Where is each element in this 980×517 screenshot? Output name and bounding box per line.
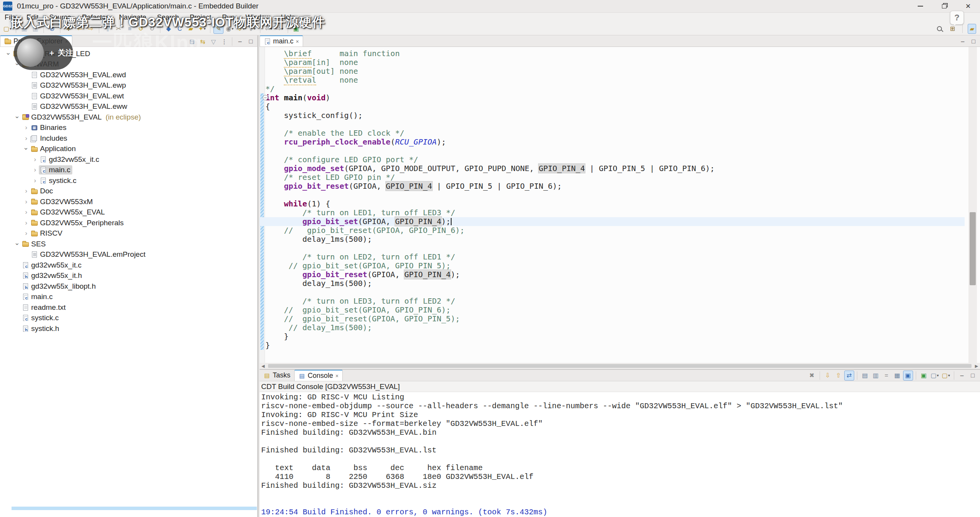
fold-marker-icon[interactable]: – [263,95,268,100]
tree-item-gd32vw553h-eval-emproject[interactable]: GD32VW553H_EVAL.emProject [0,249,257,260]
tree-item-readme-txt[interactable]: readme.txt [0,302,257,313]
tree-item-main-c[interactable]: main.c [0,292,257,303]
code-line-24[interactable]: /* turn on LED2, turn off LED1 */ [265,253,965,261]
tree-item-application[interactable]: Application [0,144,257,155]
tree-item-gd32vw55x-it-c[interactable]: gd32vw55x_it.c [0,260,257,271]
tree-item-gd32vw55x-eval[interactable]: GD32VW55x_EVAL [0,207,257,218]
code-editor[interactable]: – \brief main function \param[in] none \… [260,47,980,363]
code-line-28[interactable] [265,288,965,297]
editor-vertical-scrollbar[interactable] [968,47,977,363]
code-line-23[interactable] [265,244,965,253]
tree-item-gd32vw553h-eval-ewt[interactable]: GD32VW553H_EVAL.ewt [0,91,257,101]
tree-item-gd32vw553h-eval-ewd[interactable]: GD32VW553H_EVAL.ewd [0,70,257,80]
code-line-19[interactable]: /* turn on LED1, turn off LED3 */ [265,208,965,217]
scroll-left-arrow[interactable]: ◀ [260,364,267,369]
tab-tasks[interactable]: ▤ Tasks [260,370,294,381]
scroll-right-arrow[interactable]: ▶ [973,364,980,369]
tab-main-c[interactable]: main.c × [260,35,303,47]
word-wrap-button[interactable]: ▥ [871,371,881,381]
filter-button[interactable]: ▽ [208,37,218,47]
code-line-6[interactable]: int main(void) [265,93,965,102]
minimize-window-button[interactable] [908,0,932,12]
code-line-31[interactable]: // gpio_bit_reset(GPIOA, GPIO_PIN_5); [265,314,965,323]
code-line-5[interactable]: */ [265,85,965,93]
code-line-29[interactable]: /* turn on LED3, turn off LED2 */ [265,297,965,306]
scroll-to-bottom-button[interactable]: ⇩ [823,371,833,381]
tree-item-gd32vw553h-eval[interactable]: GD32VW553H_EVAL(in eclipse) [0,112,257,123]
show-console-on-output-button[interactable]: ⇄ [844,371,854,381]
code-line-15[interactable]: /* reset LED GPIO pin */ [265,173,965,182]
code-line-4[interactable]: \retval none [265,76,965,85]
tree-item-systick-c[interactable]: systick.c [0,175,257,186]
chevron-collapsed-icon[interactable] [22,198,30,206]
code-line-16[interactable]: gpio_bit_reset(GPIOA, GPIO_PIN_4 | GPIO_… [265,182,965,191]
maximize-button[interactable]: □ [246,37,256,47]
code-line-8[interactable]: systick_config(); [265,111,965,120]
code-line-3[interactable]: \param[out] none [265,67,965,76]
tree-item-systick-h[interactable]: systick.h [0,323,257,334]
display-selected-console-button[interactable]: ▢▾ [930,371,940,381]
help-bubble-icon[interactable]: ? [950,11,964,25]
chevron-collapsed-icon[interactable] [22,187,30,195]
code-line-9[interactable] [265,120,965,129]
tree-item-gd32vw553h-eval-ewp[interactable]: GD32VW553H_EVAL.ewp [0,80,257,91]
tree-item-gd32vw55x-it-h[interactable]: gd32vw55x_it.h [0,271,257,281]
tab-console[interactable]: ▤ Console × [294,370,343,381]
scrollbar-thumb[interactable] [970,212,976,285]
code-line-25[interactable]: // gpio_bit_set(GPIOA, GPIO_PIN_5); [265,261,965,270]
tree-item-gd32vw55x-peripherals[interactable]: GD32VW55x_Peripherals [0,218,257,228]
code-line-27[interactable]: delay_1ms(500); [265,279,965,288]
minimize-button[interactable]: – [958,37,968,47]
code-line-14[interactable]: gpio_mode_set(GPIOA, GPIO_MODE_OUTPUT, G… [265,164,965,173]
search-button[interactable] [934,24,944,34]
chevron-collapsed-icon[interactable] [31,166,39,174]
console-output[interactable]: Invoking: GD RISC-V MCU Listingriscv-non… [260,392,980,517]
maximize-button[interactable]: □ [968,371,978,381]
scrollbar-thumb[interactable] [268,364,972,368]
chevron-expanded-icon[interactable] [22,145,30,153]
clear-console-button[interactable]: ▦ [892,371,902,381]
chevron-expanded-icon[interactable] [13,240,21,248]
code-line-2[interactable]: \param[in] none [265,58,965,67]
follow-button[interactable]: ＋ 关注 [48,48,73,58]
scroll-to-top-button[interactable]: ⇧ [833,371,843,381]
code-line-18[interactable]: while(1) { [265,199,965,208]
minimize-button[interactable]: – [235,37,245,47]
tree-item-binaries[interactable]: ▦Binaries [0,123,257,133]
editor-horizontal-scrollbar[interactable]: ◀ ▶ [260,363,980,369]
tree-item-includes[interactable]: Includes [0,133,257,144]
code-line-10[interactable]: /* enable the LED clock */ [265,129,965,138]
new-console-view-button[interactable]: ▢▾ [941,371,951,381]
chevron-expanded-icon[interactable] [13,113,21,121]
code-line-17[interactable] [265,191,965,199]
code-line-7[interactable]: { [265,102,965,111]
tree-item-gd32vw553xm[interactable]: GD32VW553xM [0,196,257,207]
minimize-button[interactable]: – [957,371,967,381]
pin-console-button[interactable]: ▣ [903,371,913,381]
maximize-button[interactable]: □ [968,37,978,47]
scroll-lock-button[interactable]: ▤ [860,371,870,381]
code-line-34[interactable]: } [265,341,965,350]
close-icon[interactable]: × [335,373,338,379]
tree-item-gd32vw55x-libopt-h[interactable]: gd32vw55x_libopt.h [0,281,257,292]
code-line-26[interactable]: gpio_bit_reset(GPIOA, GPIO_PIN_4); [265,270,965,279]
code-line-21[interactable]: // gpio_bit_reset(GPIOA, GPIO_PIN_6); [265,226,965,235]
tree-item-systick-c[interactable]: systick.c [0,313,257,324]
chevron-collapsed-icon[interactable] [22,219,30,227]
code-line-33[interactable]: } [265,332,965,341]
chevron-expanded-icon[interactable] [5,50,12,58]
console-preferences-button[interactable]: = [882,371,892,381]
code-line-22[interactable]: delay_1ms(500); [265,235,965,244]
open-console-button[interactable]: ▣ [919,371,929,381]
chevron-collapsed-icon[interactable] [22,229,30,237]
tree-item-riscv[interactable]: RISCV [0,228,257,239]
code-line-20[interactable]: gpio_bit_set(GPIOA, GPIO_PIN_4); [260,217,965,226]
chevron-collapsed-icon[interactable] [22,208,30,216]
close-icon[interactable]: × [296,38,299,45]
code-line-11[interactable]: rcu_periph_clock_enable(RCU_GPIOA); [265,138,965,146]
chevron-collapsed-icon[interactable] [31,156,39,163]
view-menu-button[interactable]: ⋮ [219,37,229,47]
chevron-collapsed-icon[interactable] [22,135,30,142]
terminate-button[interactable]: ✖ [807,371,817,381]
tree-item-gd32vw55x-it-c[interactable]: gd32vw55x_it.c [0,154,257,165]
